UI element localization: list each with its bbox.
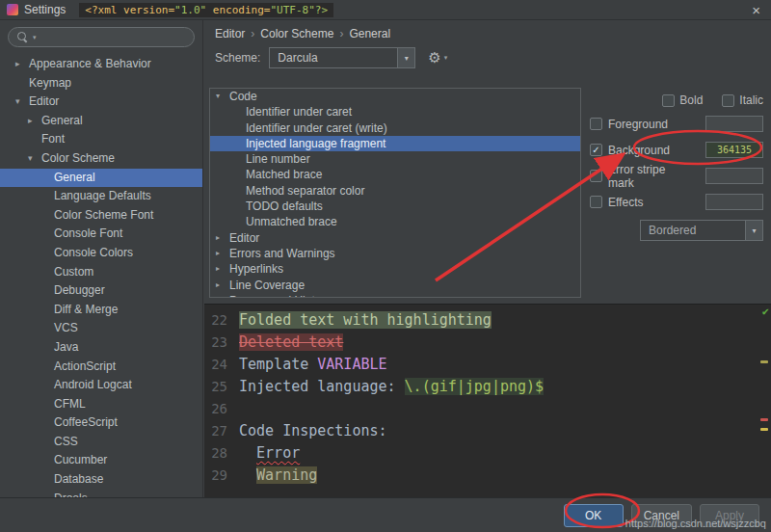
color-field-background[interactable]: 364135 <box>705 142 763 158</box>
sidebar-item-label: CFML <box>54 397 86 411</box>
breadcrumb-item-editor[interactable]: Editor <box>215 27 245 40</box>
italic-checkbox[interactable] <box>722 94 734 107</box>
effects-style-dropdown[interactable]: Bordered ▾ <box>640 220 763 241</box>
sidebar-item-color-scheme[interactable]: ▾Color Scheme <box>0 149 202 169</box>
chevron-right-icon[interactable]: ▸ <box>216 246 220 261</box>
scheme-dropdown[interactable]: Darcula ▾ <box>269 47 415 68</box>
sidebar-item-drools[interactable]: Drools <box>0 490 202 497</box>
sidebar-item-java[interactable]: Java <box>0 338 202 358</box>
chevron-right-icon[interactable]: ▸ <box>216 230 220 246</box>
option-item-hyperlinks[interactable]: ▸Hyperlinks <box>210 261 580 277</box>
code-fragment: "1.0" <box>174 4 213 16</box>
checkbox-error-stripe-mark[interactable] <box>590 170 602 182</box>
option-item-label: Popups and Hints <box>229 294 321 298</box>
checkbox-effects[interactable] <box>590 196 602 208</box>
preview-line: 28 Error <box>204 442 771 465</box>
option-item-identifier-under-caret-write[interactable]: Identifier under caret (write) <box>210 120 580 136</box>
option-item-line-number[interactable]: Line number <box>210 151 580 167</box>
chevron-right-icon[interactable]: ▸ <box>216 278 220 293</box>
code-segment-warning: Warning <box>256 466 317 484</box>
sidebar-item-custom[interactable]: Custom <box>0 263 202 282</box>
option-item-label: Errors and Warnings <box>229 247 335 260</box>
option-item-line-coverage[interactable]: ▸Line Coverage <box>210 278 580 293</box>
breadcrumb: Editor›Color Scheme›General <box>215 27 390 40</box>
breadcrumb-separator: › <box>339 27 343 40</box>
sidebar-item-vcs[interactable]: VCS <box>0 319 202 338</box>
option-item-popups-and-hints[interactable]: ▸Popups and Hints <box>210 293 580 298</box>
option-item-identifier-under-caret[interactable]: Identifier under caret <box>210 104 580 120</box>
breadcrumb-item-color-scheme[interactable]: Color Scheme <box>260 27 333 40</box>
option-item-method-separator-color[interactable]: Method separator color <box>210 183 580 199</box>
chevron-down-icon: ▾ <box>397 48 414 67</box>
error-stripe-mark[interactable] <box>760 428 768 431</box>
sidebar-item-console-colors[interactable]: Console Colors <box>0 244 202 263</box>
sidebar-item-cfml[interactable]: CFML <box>0 395 202 414</box>
sidebar-item-language-defaults[interactable]: Language Defaults <box>0 187 202 206</box>
option-item-code[interactable]: ▾Code <box>210 89 580 104</box>
attribute-label: Background <box>608 144 670 157</box>
scheme-actions-button[interactable]: ⚙ ▾ <box>428 49 447 66</box>
sidebar-item-keymap[interactable]: Keymap <box>0 74 202 93</box>
option-item-unmatched-brace[interactable]: Unmatched brace <box>210 214 580 229</box>
sidebar-item-debugger[interactable]: Debugger <box>0 281 202 301</box>
bold-checkbox[interactable] <box>662 94 675 107</box>
line-number: 22 <box>204 309 239 332</box>
option-item-editor[interactable]: ▸Editor <box>210 230 580 246</box>
sidebar-item-appearance-behavior[interactable]: ▸Appearance & Behavior <box>0 55 202 74</box>
chevron-down-icon[interactable]: ▾ <box>216 89 220 104</box>
sidebar-item-actionscript[interactable]: ActionScript <box>0 358 202 377</box>
ok-button[interactable]: OK <box>564 504 624 527</box>
code-segment-template: VARIABLE <box>317 356 386 373</box>
chevron-down-icon[interactable]: ▾ <box>28 149 33 169</box>
sidebar-item-label: Diff & Merge <box>54 303 118 316</box>
option-item-matched-brace[interactable]: Matched brace <box>210 167 580 182</box>
sidebar-item-label: ActionScript <box>54 359 116 373</box>
sidebar-item-general[interactable]: General <box>0 169 202 188</box>
sidebar-item-label: Debugger <box>54 283 105 297</box>
sidebar-item-label: VCS <box>54 321 78 334</box>
sidebar-item-console-font[interactable]: Console Font <box>0 225 202 244</box>
close-icon[interactable]: × <box>748 3 764 17</box>
checkbox-foreground[interactable] <box>590 118 602 130</box>
checkbox-background[interactable] <box>590 144 602 156</box>
line-number: 23 <box>204 332 239 354</box>
chevron-right-icon[interactable]: ▸ <box>216 261 220 277</box>
breadcrumb-item-general[interactable]: General <box>349 27 390 40</box>
search-input[interactable]: ▾ <box>8 27 195 47</box>
sidebar-item-coffeescript[interactable]: CoffeeScript <box>0 413 202 433</box>
preview-line: 22Folded text with highlighting <box>204 309 771 332</box>
preview-line-text: Error <box>239 442 300 465</box>
option-item-injected-language-fragment[interactable]: Injected language fragment <box>210 136 580 151</box>
chevron-right-icon[interactable]: ▸ <box>15 55 20 74</box>
option-item-errors-and-warnings[interactable]: ▸Errors and Warnings <box>210 246 580 261</box>
color-field-error-stripe-mark[interactable] <box>705 168 763 184</box>
scheme-preview-editor: 22Folded text with highlighting23Deleted… <box>204 304 771 497</box>
chevron-right-icon[interactable]: ▸ <box>216 293 220 298</box>
attribute-label: Error stripe mark <box>608 163 694 190</box>
chevron-right-icon[interactable]: ▸ <box>28 112 33 131</box>
sidebar-item-diff-merge[interactable]: Diff & Merge <box>0 301 202 320</box>
option-item-todo-defaults[interactable]: TODO defaults <box>210 199 580 214</box>
sidebar-item-android-logcat[interactable]: Android Logcat <box>0 376 202 395</box>
color-field-effects[interactable] <box>705 194 763 210</box>
sidebar-item-css[interactable]: CSS <box>0 433 202 452</box>
error-stripe-mark[interactable] <box>760 418 768 421</box>
line-number: 29 <box>204 465 239 487</box>
sidebar-item-editor[interactable]: ▾Editor <box>0 93 202 112</box>
code-segment-injected: \.(gif|jpg|png)$ <box>405 378 545 395</box>
scheme-label: Scheme: <box>215 51 260 65</box>
inspections-ok-icon: ✔ <box>762 306 769 317</box>
chevron-down-icon[interactable]: ▾ <box>15 93 20 112</box>
sidebar-item-label: Console Colors <box>54 246 133 259</box>
option-item-label: Identifier under caret <box>246 105 352 119</box>
preview-line-text: Template VARIABLE <box>239 354 387 376</box>
sidebar-item-label: General <box>41 114 83 127</box>
sidebar-item-font[interactable]: Font <box>0 130 202 149</box>
color-field-foreground[interactable] <box>705 116 763 132</box>
sidebar-item-cucumber[interactable]: Cucumber <box>0 451 202 470</box>
sidebar-item-color-scheme-font[interactable]: Color Scheme Font <box>0 206 202 226</box>
error-stripe-mark[interactable] <box>760 360 768 363</box>
sidebar-item-general[interactable]: ▸General <box>0 112 202 131</box>
sidebar-item-database[interactable]: Database <box>0 470 202 490</box>
scheme-value: Darcula <box>270 48 397 67</box>
